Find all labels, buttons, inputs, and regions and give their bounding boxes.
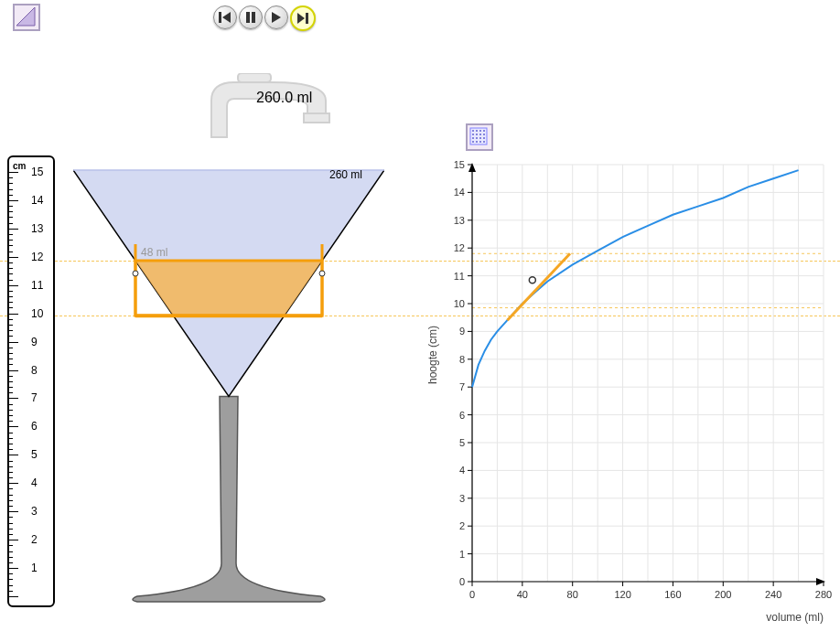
svg-text:2: 2 xyxy=(459,520,465,531)
svg-rect-25 xyxy=(238,73,271,82)
svg-text:80: 80 xyxy=(567,589,578,600)
svg-point-11 xyxy=(479,130,481,132)
svg-marker-30 xyxy=(135,261,322,316)
svg-text:240: 240 xyxy=(765,589,781,600)
svg-point-23 xyxy=(479,141,481,143)
svg-rect-7 xyxy=(306,13,308,24)
svg-point-10 xyxy=(476,130,478,132)
playback-controls xyxy=(213,5,316,31)
svg-point-22 xyxy=(476,141,478,143)
svg-text:14: 14 xyxy=(454,187,465,198)
svg-point-35 xyxy=(133,271,138,276)
svg-line-122 xyxy=(507,253,570,320)
ruler-unit: cm xyxy=(13,161,26,171)
svg-text:7: 7 xyxy=(459,381,465,392)
svg-text:10: 10 xyxy=(454,298,465,309)
svg-marker-2 xyxy=(222,12,231,23)
svg-text:9: 9 xyxy=(459,326,465,337)
svg-point-16 xyxy=(483,134,485,135)
geometry-tool-icon[interactable] xyxy=(13,4,40,31)
restart-button[interactable] xyxy=(213,5,237,29)
svg-marker-5 xyxy=(272,12,281,23)
svg-rect-3 xyxy=(246,12,250,23)
svg-rect-1 xyxy=(219,12,221,23)
svg-point-14 xyxy=(476,134,478,135)
svg-rect-27 xyxy=(304,113,329,123)
slice-volume-label: 48 ml xyxy=(141,246,167,259)
svg-text:40: 40 xyxy=(517,589,528,600)
svg-point-24 xyxy=(483,141,485,143)
svg-point-13 xyxy=(472,134,474,135)
play-button[interactable] xyxy=(264,5,288,29)
svg-text:3: 3 xyxy=(459,493,465,504)
svg-point-123 xyxy=(529,277,535,284)
svg-point-9 xyxy=(472,130,474,132)
svg-text:160: 160 xyxy=(664,589,681,600)
pause-button[interactable] xyxy=(239,5,263,29)
svg-text:6: 6 xyxy=(459,410,465,421)
chart: hoogte (cm) volume (ml) 0408012016020024… xyxy=(430,155,833,622)
svg-marker-6 xyxy=(297,13,305,24)
svg-point-17 xyxy=(472,137,474,139)
svg-rect-4 xyxy=(252,12,255,23)
svg-text:280: 280 xyxy=(815,589,832,600)
svg-text:5: 5 xyxy=(459,437,465,448)
svg-point-18 xyxy=(476,137,478,139)
svg-text:0: 0 xyxy=(469,589,475,600)
svg-text:15: 15 xyxy=(454,159,465,170)
svg-text:200: 200 xyxy=(715,589,731,600)
chart-ylabel: hoogte (cm) xyxy=(426,326,439,384)
svg-point-12 xyxy=(483,130,485,132)
svg-text:120: 120 xyxy=(614,589,630,600)
svg-text:13: 13 xyxy=(454,215,465,226)
svg-text:11: 11 xyxy=(454,271,465,282)
svg-marker-0 xyxy=(16,7,35,26)
faucet-icon xyxy=(207,73,344,152)
svg-point-15 xyxy=(479,134,481,135)
glass xyxy=(73,157,384,615)
svg-text:0: 0 xyxy=(459,576,465,587)
svg-point-20 xyxy=(483,137,485,139)
svg-point-21 xyxy=(472,141,474,143)
chart-xlabel: volume (ml) xyxy=(766,611,824,624)
svg-text:12: 12 xyxy=(454,242,465,253)
svg-point-19 xyxy=(479,137,481,139)
svg-point-36 xyxy=(319,271,325,276)
svg-text:4: 4 xyxy=(459,465,465,476)
total-volume-label: 260 ml xyxy=(329,168,362,181)
skip-end-button[interactable] xyxy=(290,5,316,31)
ruler: cm 123456789101112131415 xyxy=(7,155,55,607)
grid-tool-icon[interactable] xyxy=(466,123,493,151)
svg-text:8: 8 xyxy=(459,354,465,365)
tap-volume-label: 260.0 ml xyxy=(256,90,312,106)
svg-text:1: 1 xyxy=(459,549,465,560)
